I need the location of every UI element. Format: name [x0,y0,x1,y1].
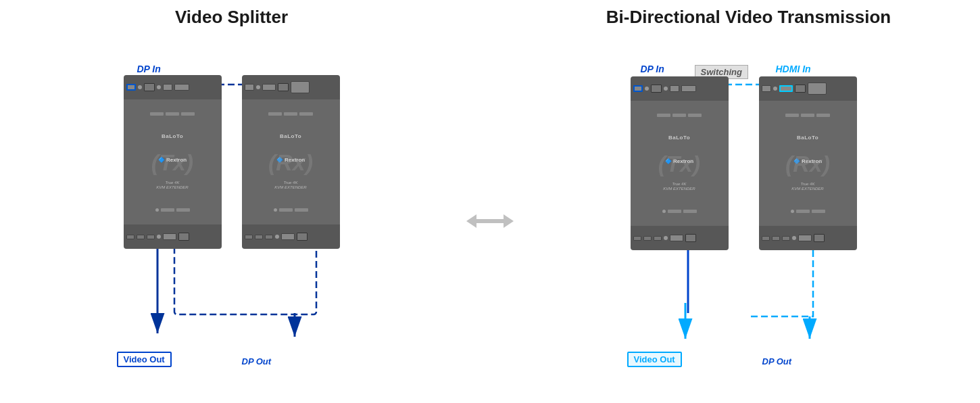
arrow-container [466,208,514,241]
left-video-out-label: Video Out [117,352,172,367]
tx-model: True 4KKVM EXTENDER [156,181,188,191]
rx-bottom-bar [242,224,340,249]
rtx-dp-port [633,85,643,92]
rtx-port3 [681,85,696,92]
rrx-brand: BaLoTo [797,135,818,141]
rrx-hdmi-port [779,85,793,92]
right-title: Bi-Directional Video Transmission [606,7,891,28]
rrx-info1 [760,114,856,117]
tx-usb3 [147,235,155,239]
tx-port3 [174,84,189,91]
rtx-led2 [664,87,668,91]
rx-brand: BaLoTo [280,133,301,139]
tx-rj2 [178,233,189,241]
main-layout: Video Splitter [0,0,980,394]
rx-top-bar [242,75,340,99]
rtx-info1 [632,114,727,117]
rtx-brand: BaLoTo [668,135,690,141]
tx-usb2 [137,235,145,239]
left-rx-device: (Rx) BaLoTo 🔷 Rextron True 4KKVM EXTENDE… [242,75,340,249]
tx-top-bar [124,75,222,99]
tx-bar3 [181,112,195,116]
rrx-port1 [762,85,771,92]
right-rx-device: (Rx) BaLoTo 🔷 Rextron True 4KKVM EXTENDE… [759,76,857,250]
rx-bar4 [279,208,293,212]
rrx-model: True 4KKVM EXTENDER [791,182,823,193]
rx-usb3 [265,235,273,239]
rx-rj2 [297,233,308,241]
tx-body: (Tx) BaLoTo 🔷 Rextron True 4KKVM EXTENDE… [124,99,222,224]
rrx-led [773,87,777,91]
right-dp-out-label: DP Out [762,355,792,367]
rtx-logo: 🔷 Rextron [665,158,693,164]
tx-brand: BaLoTo [162,133,183,139]
rx-qr [291,81,310,93]
left-dp-in-label: DP In [137,63,161,75]
rtx-rj [651,85,662,93]
tx-info-row2 [125,208,220,212]
rx-port1 [245,84,254,91]
rx-led [256,85,260,89]
middle-arrow-section [463,0,517,394]
rtx-model: True 4KKVM EXTENDER [663,182,695,193]
tx-dp-port [126,84,136,91]
tx-bottom-bar [124,224,222,249]
rtx-info2 [632,210,727,213]
bidir-arrow-svg [466,208,514,241]
rx-hdmi-top [262,84,276,91]
rtx-port2 [670,85,679,92]
left-panel: Video Splitter [0,0,463,394]
tx-bar2 [166,112,179,116]
left-title: Video Splitter [175,7,288,28]
right-dp-in-label: DP In [641,63,664,75]
rx-info-row2 [243,208,339,212]
left-tx-device: (Tx) BaLoTo 🔷 Rextron True 4KKVM EXTENDE… [124,75,222,249]
rx-logo: 🔷 Rextron [276,157,305,163]
rtx-body: (Tx) BaLoTo 🔷 Rextron True 4KKVM EXTENDE… [631,101,729,226]
tx-rj45 [144,83,155,91]
right-video-out-label-wrap: Video Out [627,352,682,367]
rrx-info2 [760,210,856,213]
right-video-out-label: Video Out [627,352,682,367]
rrx-body: (Rx) BaLoTo 🔷 Rextron True 4KKVM EXTENDE… [759,101,857,226]
rx-info-row1 [243,112,339,116]
left-dp-out-label: DP Out [242,355,272,367]
tx-bar5 [176,208,190,212]
rx-usb2 [255,235,263,239]
tx-led2 [157,85,161,89]
rx-led3 [275,235,279,239]
rrx-logo: 🔷 Rextron [793,158,822,164]
rx-usb1 [245,235,253,239]
rrx-bottom-bar [759,226,857,250]
right-diagram: Switching DP In HDMI In [627,36,871,387]
rx-model: True 4KKVM EXTENDER [274,181,306,191]
rrx-qr [808,82,827,95]
tx-logo: 🔷 Rextron [158,157,187,163]
svg-marker-5 [466,214,514,228]
right-hdmi-in-label: HDMI In [776,63,811,75]
rx-bar3 [299,112,313,116]
left-video-out-label-wrap: Video Out [117,352,172,367]
right-tx-device: (Tx) BaLoTo 🔷 Rextron True 4KKVM EXTENDE… [631,76,729,250]
tx-bar4 [161,208,174,212]
rtx-top-bar [631,76,729,101]
rx-bar1 [268,112,282,116]
tx-bar1 [150,112,164,116]
right-panel: Bi-Directional Video Transmission [517,0,980,394]
tx-led3 [157,235,161,239]
rtx-bottom-bar [631,226,729,250]
rtx-led [645,87,649,91]
tx-port2 [163,84,172,91]
rx-bar5 [295,208,308,212]
rrx-top-bar [759,76,857,101]
rx-body: (Rx) BaLoTo 🔷 Rextron True 4KKVM EXTENDE… [242,99,340,224]
tx-usb1 [126,235,134,239]
rx-bar2 [284,112,297,116]
rx-hdmi-bot [281,233,295,240]
tx-info-row1 [125,112,220,116]
rrx-rj [795,85,806,93]
tx-hdmi [163,233,176,240]
rx-rj [278,83,289,91]
rx-dot1 [274,208,277,212]
tx-dot1 [155,208,159,212]
